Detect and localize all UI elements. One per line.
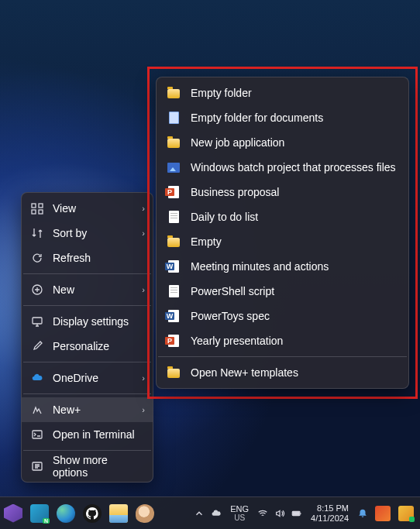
sort-icon: [31, 227, 43, 239]
menu-separator: [158, 356, 407, 357]
system-tray: ENG US 8:15 PM 4/11/2024: [193, 502, 415, 525]
ctx-refresh[interactable]: Refresh: [22, 246, 153, 270]
sm-label: Meeting minutes and actions: [191, 260, 329, 273]
tray-time: 8:15 PM: [311, 503, 349, 514]
taskbar-app-edge[interactable]: [54, 502, 77, 525]
refresh-icon: [31, 252, 43, 264]
tray-onedrive-icon[interactable]: [210, 507, 222, 520]
chevron-right-icon: ›: [137, 204, 145, 213]
chevron-right-icon: ›: [137, 285, 145, 294]
ctx-new[interactable]: New ›: [22, 277, 153, 302]
tray-date: 4/11/2024: [311, 514, 349, 524]
sm-label: Daily to do list: [191, 211, 258, 223]
sm-label: Windows batch project that processes fil…: [191, 161, 396, 173]
sm-label: Empty folder for documents: [191, 112, 323, 124]
tray-chevron-up-icon[interactable]: [193, 507, 205, 520]
newplus-template-item[interactable]: Meeting minutes and actions: [157, 254, 408, 279]
taskbar-app-file-explorer[interactable]: [107, 502, 130, 525]
docblue-icon: [167, 112, 180, 124]
taskbar: N ENG US 8:15 PM 4/11/2024: [0, 496, 420, 529]
newplus-open-templates[interactable]: Open New+ templates: [157, 360, 408, 385]
ctx-label: OneDrive: [53, 372, 137, 384]
ctx-onedrive[interactable]: OneDrive ›: [22, 366, 153, 390]
sm-label: Yearly presentation: [191, 335, 283, 347]
taskbar-app-github[interactable]: [81, 502, 104, 525]
brush-icon: [31, 340, 43, 352]
ctx-label: New+: [53, 404, 137, 416]
ctx-label: Refresh: [53, 252, 145, 264]
tray-wifi-icon[interactable]: [256, 507, 269, 520]
newplus-submenu: Empty folderEmpty folder for documentsNe…: [156, 77, 409, 389]
svg-rect-5: [33, 318, 42, 324]
ctx-newplus[interactable]: New+ ›: [22, 397, 153, 422]
ctx-label: Sort by: [53, 227, 137, 239]
ctx-open-terminal[interactable]: Open in Terminal: [22, 422, 153, 447]
ctx-show-more[interactable]: Show more options: [22, 454, 153, 479]
ppt-icon: [167, 335, 180, 347]
ctx-view[interactable]: View ›: [22, 196, 153, 221]
tray-notification-icon[interactable]: [356, 507, 369, 520]
newplus-template-item[interactable]: Daily to do list: [157, 204, 408, 229]
tray-lang2: US: [234, 514, 245, 523]
menu-separator: [23, 362, 151, 362]
tray-clock[interactable]: 8:15 PM 4/11/2024: [308, 503, 352, 524]
tray-language[interactable]: ENG US: [227, 504, 252, 523]
tray-lang1: ENG: [230, 504, 249, 514]
newplus-highlight-box: Empty folderEmpty folder for documentsNe…: [147, 67, 418, 399]
svg-rect-9: [293, 512, 299, 515]
sm-label: Open New+ templates: [191, 366, 298, 379]
ppt-icon: [167, 186, 180, 198]
newplus-template-item[interactable]: Empty: [157, 229, 408, 254]
ctx-label: Open in Terminal: [53, 428, 145, 441]
menu-separator: [23, 273, 151, 274]
folder-icon: [167, 235, 180, 248]
newplus-template-item[interactable]: PowerShell script: [157, 279, 408, 304]
cloud-icon: [31, 372, 43, 384]
view-icon: [31, 202, 43, 215]
newplus-template-item[interactable]: Empty folder: [157, 81, 408, 105]
tray-volume-icon[interactable]: [274, 507, 286, 520]
doc-icon: [167, 211, 180, 223]
newplus-template-item[interactable]: New job application: [157, 130, 408, 155]
newplus-template-item[interactable]: Windows batch project that processes fil…: [157, 155, 408, 180]
sm-label: Empty: [191, 235, 222, 248]
image-icon: [167, 161, 180, 173]
tray-app-1[interactable]: [374, 502, 392, 525]
newplus-icon: [31, 404, 43, 416]
tray-battery-icon[interactable]: [291, 507, 303, 520]
folder-icon: [167, 136, 180, 149]
taskbar-app-visual-studio[interactable]: [2, 502, 25, 525]
ctx-display-settings[interactable]: Display settings: [22, 309, 153, 334]
taskbar-app-paint[interactable]: [133, 502, 157, 525]
ctx-label: Personalize: [53, 340, 145, 352]
svg-rect-3: [39, 210, 43, 214]
sm-label: Empty folder: [191, 87, 252, 99]
terminal-icon: [31, 428, 43, 441]
ctx-sort-by[interactable]: Sort by ›: [22, 221, 153, 246]
doc-icon: [167, 285, 180, 297]
taskbar-app-powertoys[interactable]: N: [28, 502, 51, 525]
ctx-personalize[interactable]: Personalize: [22, 334, 153, 359]
desktop-context-menu: View › Sort by › Refresh New › Display s…: [21, 192, 153, 483]
tray-app-2[interactable]: [397, 502, 415, 525]
newplus-template-item[interactable]: PowerToys spec: [157, 304, 408, 328]
chevron-right-icon: ›: [137, 228, 145, 238]
newplus-template-item[interactable]: Empty folder for documents: [157, 105, 408, 130]
ctx-label: New: [53, 283, 137, 296]
newplus-template-item[interactable]: Yearly presentation: [157, 328, 408, 353]
menu-separator: [23, 393, 151, 394]
display-icon: [31, 315, 43, 328]
svg-rect-1: [39, 204, 43, 208]
plus-circle-icon: [31, 283, 43, 296]
ctx-label: Display settings: [53, 315, 145, 328]
chevron-right-icon: ›: [137, 405, 145, 414]
menu-separator: [23, 450, 151, 451]
ctx-label: Show more options: [53, 454, 145, 479]
chevron-right-icon: ›: [137, 373, 145, 383]
svg-rect-2: [32, 210, 36, 214]
word-icon: [167, 260, 180, 273]
taskbar-apps: N: [2, 502, 157, 525]
sm-label: PowerToys spec: [191, 310, 270, 322]
menu-separator: [23, 305, 151, 306]
newplus-template-item[interactable]: Business proposal: [157, 180, 408, 204]
